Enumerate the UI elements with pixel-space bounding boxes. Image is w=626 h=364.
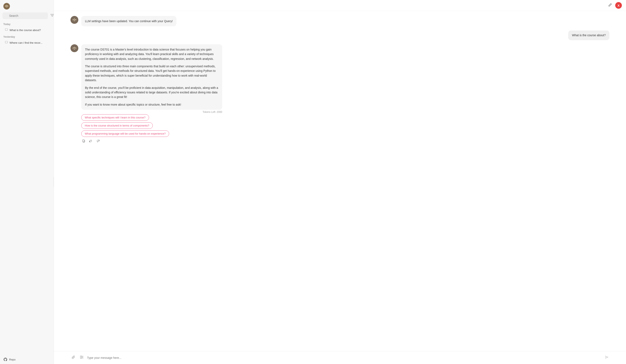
copy-button[interactable] [81,139,86,144]
today-label: Today [0,21,54,27]
tokens-left: Tokens Left: 2000 [81,111,222,113]
user-message-row: What is the course about? [71,31,609,40]
thumbsup-button[interactable] [88,139,93,144]
svg-point-35 [81,358,81,359]
bot-response-row: The course DS701 is a Master's level int… [71,44,609,144]
main-header: X [54,0,626,11]
bot-message-bubble: The course DS701 is a Master's level int… [81,44,222,110]
sidebar: 🔍 Today What is the course about? Yester… [0,0,54,364]
svg-rect-6 [8,6,8,7]
system-message-bubble: LLM settings have been updated. You can … [81,16,176,26]
chat-icon [5,28,8,32]
chat-area: LLM settings have been updated. You can … [54,11,626,351]
input-area [54,351,626,364]
message-input[interactable] [87,356,602,360]
suggestion-chip-1[interactable]: What specific techniques will I learn in… [81,114,149,121]
user-message-bubble: What is the course about? [568,31,609,40]
search-wrapper: 🔍 [2,12,48,19]
svg-rect-16 [74,19,75,19]
bot-avatar-response [71,44,78,52]
sidebar-item-label: What is the course about? [9,29,49,32]
svg-rect-27 [82,140,84,142]
suggestion-chip-2[interactable]: How is the course structured in terms of… [81,122,153,129]
bot-avatar-system [71,16,78,24]
svg-rect-3 [6,7,7,7]
svg-point-2 [7,5,8,6]
svg-rect-5 [5,6,5,7]
attach-button[interactable] [71,354,76,361]
app-logo-avatar [3,3,10,9]
search-input[interactable] [2,12,48,19]
sidebar-search-row: 🔍 [0,12,54,21]
bot-para-1: The course DS701 is a Master's level int… [85,47,218,61]
svg-point-14 [75,19,76,20]
svg-rect-4 [6,5,7,5]
main-panel: X LLM settings have been updated. You ca… [54,0,626,364]
sidebar-header [0,0,54,12]
svg-rect-17 [73,19,73,20]
sidebar-item-chat-2[interactable]: Where can i find the recor... [2,39,52,46]
bot-para-2: The course is structured into three main… [85,64,218,83]
svg-point-33 [82,357,83,358]
user-avatar[interactable]: X [615,2,622,9]
bot-response-content: The course DS701 is a Master's level int… [81,44,222,144]
svg-rect-25 [76,48,76,49]
suggestion-chip-3[interactable]: What programming language will be used f… [81,131,169,137]
svg-point-21 [75,47,76,48]
svg-rect-15 [74,21,75,21]
svg-point-13 [73,19,74,20]
svg-rect-18 [76,19,76,20]
repo-label: Repo [9,358,16,361]
sidebar-item-label-2: Where can i find the recor... [9,41,49,44]
thumbsdown-button[interactable] [95,139,100,144]
repo-link[interactable]: Repo [0,355,54,364]
yesterday-label: Yesterday [0,34,54,39]
settings-button[interactable] [79,354,84,361]
svg-rect-22 [74,49,75,49]
bot-para-3: By the end of the course, you'll be prof… [85,86,218,99]
message-actions [81,139,222,144]
svg-rect-24 [73,48,73,49]
send-button[interactable] [604,355,609,361]
suggestions-container: What specific techniques will I learn in… [81,114,222,137]
svg-rect-11 [5,41,8,43]
bot-para-4: If you want to know more about specific … [85,102,218,107]
system-message-row: LLM settings have been updated. You can … [71,16,609,26]
svg-point-20 [73,47,74,48]
sidebar-item-chat-1[interactable]: What is the course about? [2,27,52,33]
svg-rect-23 [74,47,75,47]
edit-button[interactable] [607,2,613,9]
svg-point-1 [6,5,6,6]
svg-rect-10 [5,29,8,31]
chat-icon-2 [5,41,8,44]
svg-point-31 [81,356,81,357]
